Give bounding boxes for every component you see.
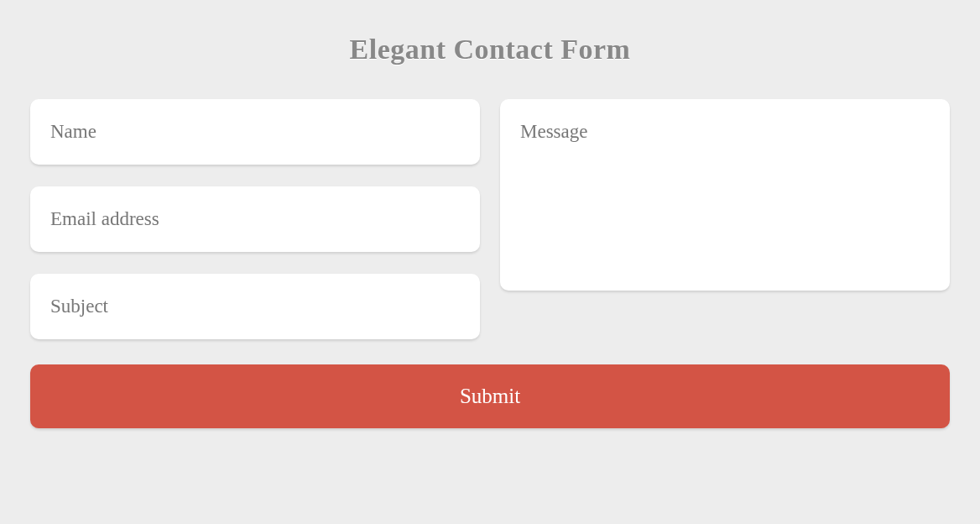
- form-grid: [30, 99, 950, 339]
- subject-input[interactable]: [30, 274, 480, 339]
- submit-button[interactable]: Submit: [30, 364, 950, 428]
- email-input[interactable]: [30, 186, 480, 252]
- name-input[interactable]: [30, 99, 480, 165]
- contact-form-container: Elegant Contact Form Submit: [0, 0, 980, 462]
- left-column: [30, 99, 480, 339]
- message-textarea[interactable]: [500, 99, 950, 291]
- page-title: Elegant Contact Form: [30, 34, 950, 66]
- right-column: [500, 99, 950, 339]
